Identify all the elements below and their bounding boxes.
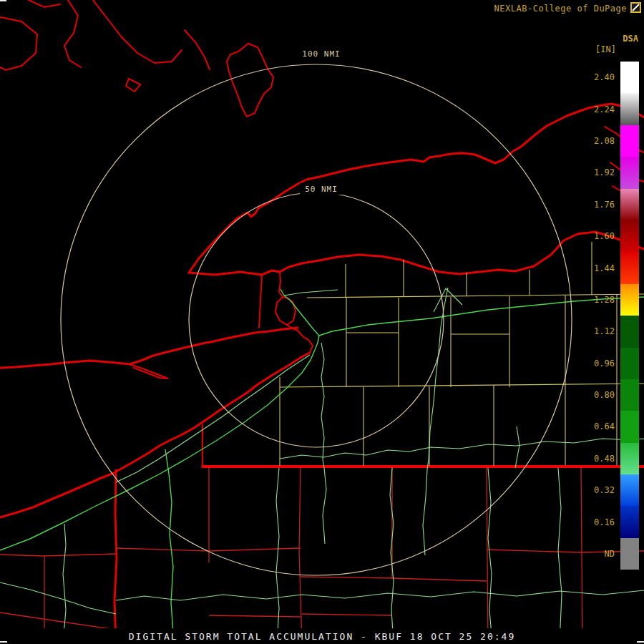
buffalo-harbor [298,331,313,353]
colorbar-row: 1.44 [577,252,639,283]
colorbar-row: 1.92 [577,157,639,188]
highway-route [0,582,116,614]
colorbar-swatch [620,348,639,379]
county-line [302,614,392,615]
colorbar-row: 1.76 [577,189,639,220]
highway-route [321,343,326,544]
brand-text: NEXLAB-College of DuPage [494,4,627,14]
colorbar-value-label: ND [577,549,620,559]
colorbar-swatch [620,189,639,220]
county-line [0,554,116,556]
colorbar-swatch [620,538,639,570]
colorbar-value-label: 1.92 [577,167,620,177]
colorbar-swatch [620,506,639,537]
border-tick [0,641,7,643]
colorbar-row: 0.32 [577,474,639,506]
colorbar-swatch [620,379,639,411]
brand: NEXLAB-College of DuPage [494,4,627,14]
colorbar-value-label: 1.44 [577,263,620,273]
status-bar: DIGITAL STORM TOTAL ACCUMULATION - KBUF … [0,628,644,644]
highway-lockport-spur [284,290,338,296]
colorbar-row: 2.08 [577,125,639,157]
colorbar-row: 0.80 [577,379,639,411]
welland-canal [259,275,262,328]
colorbar-swatch [620,252,639,283]
colorbar-value-label: 0.96 [577,358,620,369]
colorbar-row: 2.24 [577,93,639,125]
colorbar-value-label: 0.48 [577,454,620,464]
colorbar-swatch [620,411,639,442]
lake-ontario-north-shore [189,104,644,273]
colorbar-swatch [620,93,639,125]
range-ring-100nmi-label: 100 NMI [302,49,340,59]
colorbar-value-label: 0.64 [577,421,620,431]
lake-erie-north-shore [0,328,298,368]
highway-route [276,468,279,628]
product-title: DIGITAL STORM TOTAL ACCUMULATION - KBUF … [129,631,515,642]
radar-map: 100 NMI 50 NMI [0,0,644,628]
colorbar-swatch [620,474,639,506]
county-line [487,467,488,628]
product-units-label: [IN] [595,44,616,54]
highway-i490 [434,288,462,312]
range-rings: 100 NMI 50 NMI [61,47,572,575]
colorbar-value-label: 2.24 [577,104,620,114]
colorbar-swatch [620,125,639,157]
colorbar-legend: 2.40 2.24 2.08 1.92 1.76 1.60 1.44 1.28 [577,62,639,570]
colorbar-row: 0.64 [577,411,639,442]
colorbar-value-label: 0.16 [577,517,620,527]
colorbar-row: 0.16 [577,506,639,537]
small-lake [126,79,140,92]
colorbar-row: 2.40 [577,62,639,93]
highway-bottom-eastwest [116,590,644,600]
niagara-river [279,272,283,297]
colorbar-value-label: 0.32 [577,485,620,495]
colorbar-value-label: 1.28 [577,295,620,305]
lake-ontario-south-shore [189,232,644,275]
colorbar-row: 1.12 [577,316,639,347]
colorbar-value-label: 0.80 [577,390,620,400]
colorbar-value-label: 2.08 [577,136,620,146]
colorbar-row: 0.96 [577,348,639,379]
colorbar-swatch [620,316,639,347]
highway-i90-southwest [0,336,319,550]
county-borders-red [0,467,644,628]
highway-i79 [165,449,174,628]
lake-simcoe [227,44,273,117]
pa-oh-state-border [114,470,117,628]
county-line [116,548,301,551]
colorbar-swatch [620,62,639,93]
county-line [299,467,302,628]
colorbar-value-label: 2.40 [577,72,620,82]
highway-route5-shore [116,355,310,482]
border-tick [637,641,644,643]
highway-route [63,524,66,628]
highway-route [488,468,492,628]
colorbar-value-label: 1.12 [577,326,620,336]
colorbar-row: 1.60 [577,220,639,252]
colorbar-swatch [620,284,639,316]
range-ring-50nmi [189,192,444,447]
colorbar-value-label: 1.60 [577,231,620,241]
georgian-bay-shoreline [93,0,182,63]
kawartha-lakes-shoreline [185,30,210,69]
colorbar-swatch [620,157,639,188]
georgian-bay-shoreline [29,0,60,7]
colorbar-row: 0.48 [577,443,639,474]
county-line [209,615,301,617]
county-line [0,613,116,628]
highway-route [558,468,562,628]
colorbar-value-label: 1.76 [577,200,620,210]
border-tick [0,0,6,1]
colorbar-swatch [620,443,639,474]
long-point-spit [130,364,168,379]
georgian-bay-shoreline [64,0,81,67]
lake-erie-south-shore [0,353,310,517]
colorbar-row: 1.28 [577,284,639,316]
highway-route [515,426,519,468]
colorbar-swatch [620,220,639,252]
highway-i390 [423,288,448,555]
range-ring-100nmi [61,64,572,575]
product-code-label: DSA [623,34,638,44]
georgian-bay-shoreline [0,17,37,70]
